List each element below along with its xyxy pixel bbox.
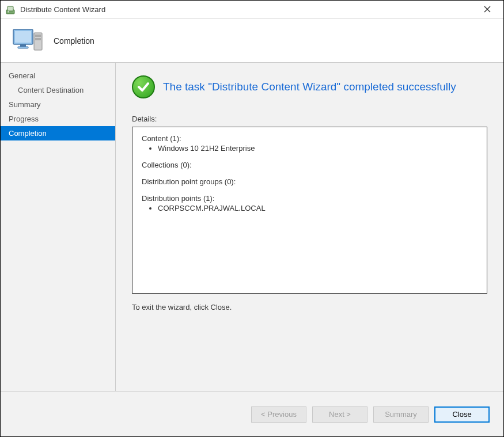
titlebar: Distribute Content Wizard [1,1,503,19]
window-close-button[interactable] [476,5,499,15]
next-button: Next > [312,406,367,423]
wizard-header: Completion [1,19,503,63]
svg-rect-7 [20,44,26,47]
success-message: The task "Distribute Content Wizard" com… [163,81,456,93]
sidebar-item-summary[interactable]: Summary [1,97,115,112]
dpg-header: Distribution point groups (0): [142,177,478,186]
close-icon [484,6,491,13]
success-checkmark-icon [132,75,155,98]
wizard-sidebar: General Content Destination Summary Prog… [1,63,116,391]
close-button[interactable]: Close [434,406,490,423]
summary-button: Summary [373,406,429,423]
window-title: Distribute Content Wizard [20,5,476,14]
svg-rect-1 [7,6,13,11]
content-header: Content (1): [142,134,478,143]
exit-instruction: To exit the wizard, click Close. [132,303,487,311]
sidebar-item-progress[interactable]: Progress [1,112,115,126]
svg-rect-6 [15,31,31,43]
sidebar-item-completion[interactable]: Completion [1,126,115,140]
sidebar-item-content-destination[interactable]: Content Destination [1,83,115,97]
success-row: The task "Distribute Content Wizard" com… [132,75,487,98]
content-item: Windows 10 21H2 Enterprise [158,144,478,153]
collections-header: Collections (0): [142,161,478,169]
app-icon [5,5,16,15]
wizard-footer: < Previous Next > Summary Close [1,391,503,437]
sidebar-item-general[interactable]: General [1,69,115,83]
computer-icon [12,27,43,55]
details-label: Details: [132,115,487,123]
svg-rect-8 [18,47,28,48]
dp-header: Distribution points (1): [142,194,478,203]
content-area: The task "Distribute Content Wizard" com… [116,63,503,391]
details-box[interactable]: Content (1): Windows 10 21H2 Enterprise … [132,127,487,294]
svg-rect-10 [35,35,41,37]
previous-button: < Previous [251,406,306,423]
dp-item: CORPSCCM.PRAJWAL.LOCAL [158,204,478,212]
svg-rect-11 [35,38,41,40]
header-title: Completion [54,36,94,45]
svg-point-2 [8,11,9,12]
